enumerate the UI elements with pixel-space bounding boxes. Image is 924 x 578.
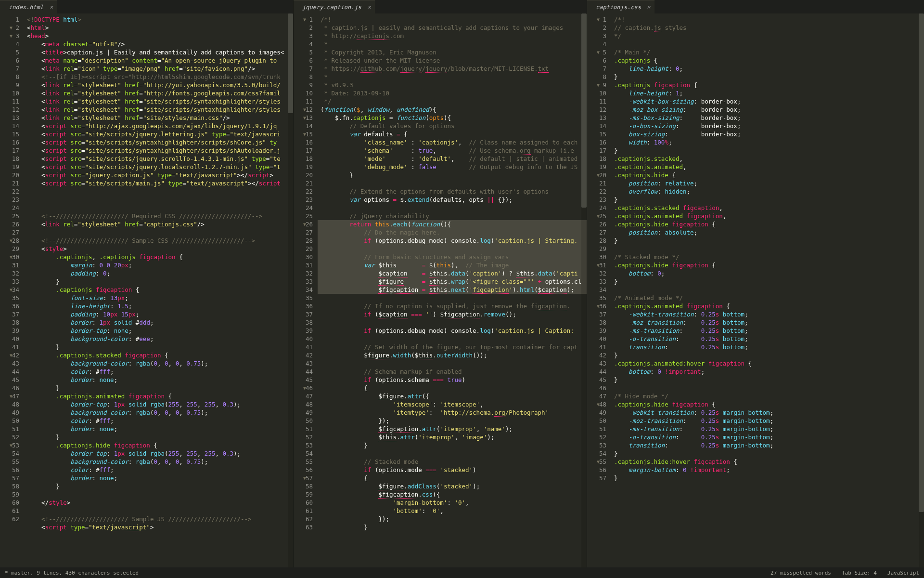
editor-3[interactable]: ▼1234▼5678▼910111213141516171819▼2021222…: [587, 13, 924, 567]
status-right: 27 misspelled words Tab Size: 4 JavaScri…: [770, 570, 919, 576]
scrollbar-1[interactable]: [288, 13, 293, 567]
tab-captionjs-css[interactable]: captionjs.css ×: [587, 0, 654, 13]
tab-label: jquery.caption.js: [302, 4, 361, 11]
status-lang[interactable]: JavaScript: [887, 570, 919, 576]
tab-label: captionjs.css: [596, 4, 641, 11]
close-icon[interactable]: ×: [49, 3, 53, 11]
code-1[interactable]: <!DOCTYPE html><html><head> <meta charse…: [24, 13, 293, 567]
editor-panes: index.html × 1▼2▼34567891011121314151617…: [0, 0, 924, 567]
gutter-1: 1▼2▼345678910111213141516171819202122232…: [0, 13, 24, 567]
status-bar: * master, 9 lines, 430 characters select…: [0, 567, 924, 578]
close-icon[interactable]: ×: [647, 3, 651, 11]
tab-index-html[interactable]: index.html ×: [0, 0, 57, 13]
pane-2: jquery.caption.js × ▼1234567891011▼12▼13…: [294, 0, 587, 567]
gutter-3: ▼1234▼5678▼910111213141516171819▼2021222…: [587, 13, 611, 567]
scrollbar-2[interactable]: [581, 13, 587, 567]
pane-3: captionjs.css × ▼1234▼5678▼9101112131415…: [587, 0, 924, 567]
status-tabsize[interactable]: Tab Size: 4: [842, 570, 877, 576]
scrollbar-3[interactable]: [919, 13, 924, 567]
editor-2[interactable]: ▼1234567891011▼12▼1314▼15161718192021222…: [294, 13, 587, 567]
status-left: * master, 9 lines, 430 characters select…: [5, 570, 139, 576]
close-icon[interactable]: ×: [367, 3, 371, 11]
gutter-2: ▼1234567891011▼12▼1314▼15161718192021222…: [294, 13, 318, 567]
tab-jquery-caption-js[interactable]: jquery.caption.js ×: [294, 0, 375, 13]
tab-bar-1: index.html ×: [0, 0, 293, 13]
tab-bar-3: captionjs.css ×: [587, 0, 924, 13]
code-2[interactable]: /*! * caption.js | easily and semantical…: [318, 13, 587, 567]
pane-1: index.html × 1▼2▼34567891011121314151617…: [0, 0, 294, 567]
editor-1[interactable]: 1▼2▼345678910111213141516171819202122232…: [0, 13, 293, 567]
tab-label: index.html: [9, 4, 43, 11]
tab-bar-2: jquery.caption.js ×: [294, 0, 587, 13]
status-misspelled[interactable]: 27 misspelled words: [770, 570, 831, 576]
code-3[interactable]: /*!// caption.js styles*/ /* Main */.cap…: [611, 13, 924, 567]
